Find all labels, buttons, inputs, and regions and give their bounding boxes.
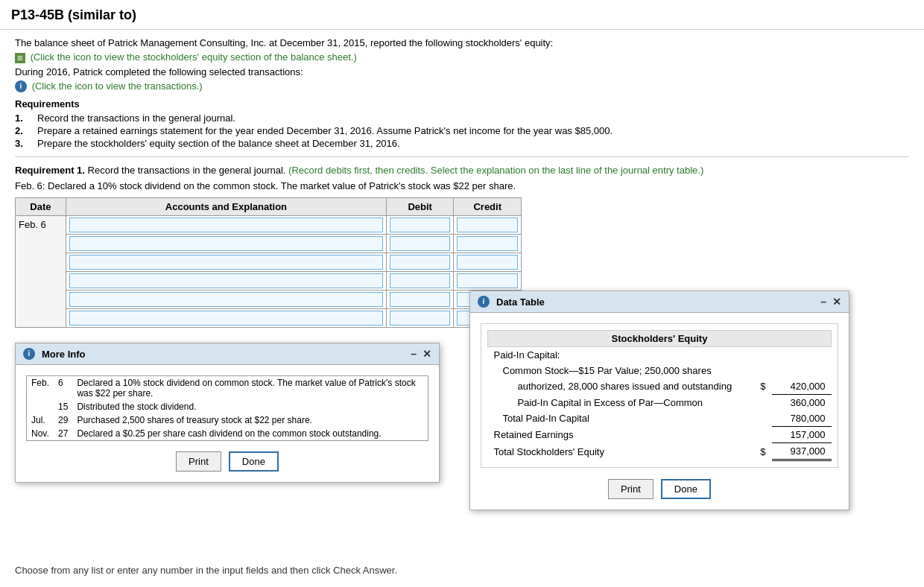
more-info-print-button[interactable]: Print	[176, 451, 221, 472]
common-stock-label: Common Stock—$15 Par Value; 250,000 shar…	[488, 363, 832, 378]
retained-earnings-row: Retained Earnings 157,000	[488, 427, 832, 443]
data-table-print-button[interactable]: Print	[608, 479, 654, 499]
data-table-buttons: Print Done	[481, 479, 838, 499]
equity-section: Stockholders' Equity Paid-In Capital: Co…	[481, 323, 838, 468]
transactions-link-line[interactable]: i (Click the icon to view the transactio…	[15, 80, 909, 93]
total-equity-row: Total Stockholders' Equity $ 937,000	[488, 443, 832, 460]
debit-input-5[interactable]	[390, 292, 451, 307]
journal-row-3	[16, 253, 522, 272]
total-equity-amount: 937,000	[772, 443, 832, 460]
more-info-modal: i More Info – ✕ Feb. 6 Declared a 10% st…	[15, 343, 440, 483]
req-text-2: Prepare a retained earnings statement fo…	[37, 125, 909, 136]
account-input-4[interactable]	[69, 273, 383, 288]
data-table-close-button[interactable]: ✕	[832, 296, 841, 308]
account-input-3[interactable]	[69, 255, 383, 270]
req1-bold-label: Requirement 1.	[15, 165, 85, 176]
credit-input-2[interactable]	[457, 236, 518, 251]
total-paid-dollar	[754, 410, 771, 427]
journal-row-1: Feb. 6	[16, 216, 522, 235]
bottom-text: Choose from any list or enter any number…	[15, 565, 397, 576]
transactions-link[interactable]: (Click the icon to view the transactions…	[32, 80, 203, 92]
debit-input-2[interactable]	[390, 236, 451, 251]
account-input-5[interactable]	[69, 292, 383, 307]
debit-input-3[interactable]	[390, 255, 451, 270]
credit-input-4[interactable]	[457, 273, 518, 288]
data-table-modal-header: i Data Table – ✕	[470, 291, 849, 313]
journal-credit-3	[454, 253, 522, 272]
journal-table: Date Accounts and Explanation Debit Cred…	[15, 197, 522, 328]
data-table-icon: i	[478, 296, 490, 308]
tx-day-4: 27	[54, 427, 72, 441]
transactions-table: Feb. 6 Declared a 10% stock dividend on …	[26, 375, 428, 441]
debit-input-4[interactable]	[390, 273, 451, 288]
journal-account-6	[66, 309, 386, 328]
col-header-date: Date	[16, 198, 66, 216]
col-header-credit: Credit	[454, 198, 522, 216]
tx-day-3: 29	[54, 413, 72, 427]
paid-in-capital-row: Paid-In Capital:	[488, 347, 832, 364]
col-header-debit: Debit	[386, 198, 454, 216]
req-item-2: 2. Prepare a retained earnings statement…	[15, 125, 909, 136]
total-equity-label: Total Stockholders' Equity	[488, 443, 755, 460]
tx-text-1: Declared a 10% stock dividend on common …	[72, 376, 428, 401]
equity-link-line[interactable]: ⊞ (Click the icon to view the stockholde…	[15, 51, 909, 63]
retained-earnings-amount: 157,000	[772, 427, 832, 443]
col-header-accounts: Accounts and Explanation	[66, 198, 386, 216]
account-input-2[interactable]	[69, 236, 383, 251]
equity-link[interactable]: (Click the icon to view the stockholders…	[31, 51, 357, 63]
total-equity-dollar: $	[754, 443, 771, 460]
total-paid-label: Total Paid-In Capital	[488, 410, 755, 427]
paid-in-excess-dollar	[754, 395, 771, 411]
tx-text-4: Declared a $0.25 per share cash dividend…	[72, 427, 428, 441]
journal-debit-5	[386, 291, 454, 309]
transaction-row-4: Nov. 27 Declared a $0.25 per share cash …	[27, 427, 428, 441]
account-input-6[interactable]	[69, 311, 383, 326]
retained-earnings-dollar	[754, 427, 771, 443]
journal-debit-1	[386, 216, 454, 235]
debit-input-1[interactable]	[390, 218, 451, 232]
authorized-dollar: $	[754, 378, 771, 395]
more-info-minimize-button[interactable]: –	[411, 348, 417, 360]
journal-debit-6	[386, 309, 454, 328]
total-paid-amount: 780,000	[772, 410, 832, 427]
more-info-icon: i	[23, 348, 35, 360]
req-text-3: Prepare the stockholders' equity section…	[37, 138, 909, 149]
journal-account-3	[66, 253, 386, 272]
journal-credit-2	[454, 235, 522, 253]
more-info-header-left: i More Info	[23, 348, 86, 360]
info-icon-transactions: i	[15, 80, 27, 92]
requirements-section: Requirements 1. Record the transactions …	[15, 98, 909, 149]
req1-green-label: (Record debits first, then credits. Sele…	[288, 165, 703, 176]
transaction-row-2: 15 Distributed the stock dividend.	[27, 400, 428, 413]
more-info-close-button[interactable]: ✕	[423, 348, 431, 360]
transaction-row-3: Jul. 29 Purchased 2,500 shares of treasu…	[27, 413, 428, 427]
data-table-body: Stockholders' Equity Paid-In Capital: Co…	[470, 313, 849, 510]
more-info-controls[interactable]: – ✕	[411, 348, 431, 360]
journal-account-1	[66, 216, 386, 235]
req-item-3: 3. Prepare the stockholders' equity sect…	[15, 138, 909, 149]
journal-row-6	[16, 309, 522, 328]
req1-rest-label: Record the transactions in the general j…	[88, 165, 289, 176]
common-stock-row: Common Stock—$15 Par Value; 250,000 shar…	[488, 363, 832, 378]
divider	[15, 156, 909, 157]
req-num-3: 3.	[15, 138, 37, 149]
intro-text-2: During 2016, Patrick completed the follo…	[15, 66, 909, 77]
journal-date-cell: Feb. 6	[16, 216, 66, 328]
credit-input-1[interactable]	[457, 218, 518, 232]
debit-input-6[interactable]	[390, 311, 451, 326]
data-table-controls[interactable]: – ✕	[820, 296, 841, 308]
data-table-modal: i Data Table – ✕ Stockholders' Equity Pa…	[469, 291, 849, 510]
more-info-done-button[interactable]: Done	[229, 451, 279, 472]
tx-date-4: Nov.	[27, 427, 54, 441]
journal-account-4	[66, 272, 386, 291]
equity-table: Stockholders' Equity Paid-In Capital: Co…	[487, 330, 832, 461]
journal-account-5	[66, 291, 386, 309]
data-table-header-left: i Data Table	[478, 296, 545, 308]
paid-in-capital-label: Paid-In Capital:	[488, 347, 832, 364]
credit-input-3[interactable]	[457, 255, 518, 270]
data-table-minimize-button[interactable]: –	[820, 296, 826, 308]
retained-earnings-label: Retained Earnings	[488, 427, 755, 443]
data-table-done-button[interactable]: Done	[661, 479, 711, 499]
transaction-row-1: Feb. 6 Declared a 10% stock dividend on …	[27, 376, 428, 401]
account-input-1[interactable]	[69, 218, 383, 232]
